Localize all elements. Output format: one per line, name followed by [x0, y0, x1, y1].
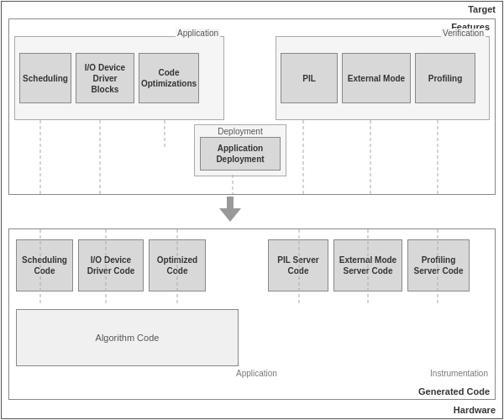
external-mode-feature: External Mode — [342, 53, 411, 103]
verification-region: Verification PIL External Mode Profiling — [276, 36, 490, 120]
external-mode-code-box: External ModeServer Code — [333, 239, 402, 291]
io-device-feature: I/O Device Driver Blocks — [76, 53, 134, 103]
bottom-section: SchedulingCode I/O DeviceDriver Code Opt… — [8, 228, 496, 400]
instrumentation-label: Instrumentation — [430, 369, 488, 378]
code-opt-feature: Code Optimizations — [139, 53, 199, 103]
outer-container: Target Features Application Scheduling I… — [1, 1, 503, 419]
scheduling-code-box: SchedulingCode — [16, 239, 73, 291]
deployment-region-label: Deployment — [218, 127, 262, 136]
optimized-code-box: OptimizedCode — [149, 239, 206, 291]
algorithm-code-label: Algorithm Code — [96, 333, 160, 343]
scheduling-feature: Scheduling — [19, 53, 71, 103]
pil-server-code-box: PIL ServerCode — [268, 239, 328, 291]
deployment-region: Deployment ApplicationDeployment — [194, 124, 286, 176]
left-code-boxes: SchedulingCode I/O DeviceDriver Code Opt… — [16, 239, 206, 291]
pil-feature: PIL — [281, 53, 338, 103]
generated-code-label: Generated Code — [418, 386, 490, 396]
right-code-boxes: PIL ServerCode External ModeServer Code … — [268, 239, 470, 291]
top-section: Features Application Scheduling I/O Devi… — [8, 18, 496, 195]
profiling-feature: Profiling — [415, 53, 475, 103]
verification-region-label: Verification — [441, 29, 486, 38]
algorithm-code-box: Algorithm Code — [16, 309, 239, 366]
application-region-label: Application — [176, 29, 220, 38]
profiling-server-code-box: ProfilingServer Code — [407, 239, 470, 291]
arrow-shaft — [227, 197, 234, 208]
app-bottom-label: Application — [236, 369, 277, 378]
arrow-down-container — [218, 197, 242, 223]
arrow-head — [219, 208, 241, 222]
io-device-code-box: I/O DeviceDriver Code — [78, 239, 144, 291]
application-region: Application Scheduling I/O Device Driver… — [14, 36, 224, 120]
app-boxes: Scheduling I/O Device Driver Blocks Code… — [15, 37, 223, 119]
verif-boxes: PIL External Mode Profiling — [276, 37, 489, 119]
deployment-box: ApplicationDeployment — [200, 137, 281, 171]
hardware-label: Hardware — [454, 405, 496, 415]
target-label: Target — [468, 4, 496, 14]
